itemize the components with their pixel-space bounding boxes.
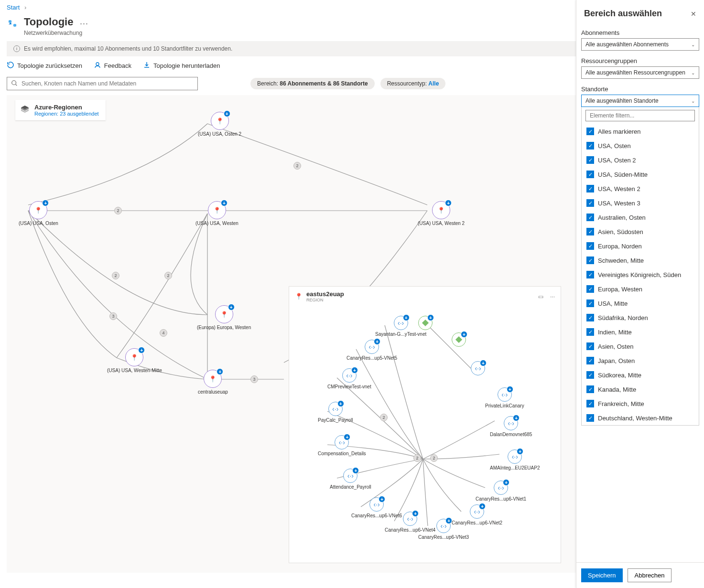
checkbox-icon: ✓ xyxy=(586,299,594,307)
svg-point-1 xyxy=(13,24,16,27)
vnet-node[interactable]: ‹·›+Attendance_Payroll xyxy=(330,469,371,490)
location-option[interactable]: ✓USA, Mitte xyxy=(582,296,699,310)
location-label: Indien, Mitte xyxy=(598,329,632,336)
detail-subtitle: REGION xyxy=(306,298,344,302)
pin-icon: 📍 xyxy=(295,293,303,300)
location-label: USA, Osten xyxy=(598,142,631,150)
location-option[interactable]: ✓Asien, Osten xyxy=(582,339,699,353)
collapse-icon[interactable]: ▭ xyxy=(538,293,543,300)
region-node-eastus2[interactable]: 📍+ (USA) USA, Osten 2 xyxy=(198,112,241,137)
subscriptions-label: Abonnements xyxy=(581,29,699,36)
region-node-eastus[interactable]: 📍+ (USA) USA, Osten xyxy=(19,201,58,226)
location-option[interactable]: ✓Frankreich, Mitte xyxy=(582,396,699,411)
vnet-node[interactable]: ‹·›+CanaryRes...up5-VNet5 xyxy=(347,340,397,361)
checkbox-icon: ✓ xyxy=(586,400,594,407)
resource-type-pill[interactable]: Ressourcentyp: Alle xyxy=(380,78,446,89)
filter-input[interactable] xyxy=(585,110,695,121)
scope-pill[interactable]: Bereich: 86 Abonnements & 86 Standorte xyxy=(250,78,375,89)
vnet-node[interactable]: ‹·›+AMAInteg...EU2EUAP2 xyxy=(490,449,540,470)
locations-dropdown: ✓ Alles markieren ✓USA, Osten✓USA, Osten… xyxy=(581,107,699,426)
layers-card[interactable]: Azure-Regionen Regionen: 23 ausgeblendet xyxy=(15,100,106,120)
locations-select[interactable]: Alle ausgewählten Standorte ⌄ xyxy=(581,95,699,107)
checkbox-icon: ✓ xyxy=(586,214,594,221)
location-option[interactable]: ✓Vereinigtes Königreich, Süden xyxy=(582,267,699,282)
download-icon xyxy=(143,61,151,70)
region-node-westus[interactable]: 📍+ (USA) USA, Westen xyxy=(195,201,238,226)
edge-count: 3 xyxy=(109,312,117,320)
location-label: USA, Osten 2 xyxy=(598,157,636,164)
location-option[interactable]: ✓Indien, Mitte xyxy=(582,325,699,339)
vnet-node[interactable]: ‹·›+CMPreviewTest-vnet xyxy=(327,368,371,389)
vnet-node[interactable]: ‹·›+PrivateLinkCanary xyxy=(485,387,524,408)
checkbox-icon: ✓ xyxy=(586,185,594,192)
location-option[interactable]: ✓Europa, Westen xyxy=(582,282,699,296)
region-node-westeurope[interactable]: 📍+ (Europa) Europa, Westen xyxy=(197,305,251,330)
location-label: Europa, Norden xyxy=(598,243,642,250)
location-option[interactable]: ✓Japan, Osten xyxy=(582,353,699,368)
layers-title: Azure-Regionen xyxy=(34,104,99,111)
svg-rect-5 xyxy=(455,336,462,343)
vnet-node[interactable]: ‹·›+PayCalc_Payroll xyxy=(318,402,353,423)
vnet-node[interactable]: ‹·›+ xyxy=(471,361,485,375)
resource-groups-label: Ressourcengruppen xyxy=(581,57,699,64)
more-icon[interactable]: ··· xyxy=(550,293,555,300)
subscriptions-select[interactable]: Alle ausgewählten Abonnements ⌄ xyxy=(581,38,699,51)
select-all-row[interactable]: ✓ Alles markieren xyxy=(582,124,699,139)
peer-node[interactable]: + xyxy=(418,316,433,330)
checkbox-icon: ✓ xyxy=(586,257,594,264)
page-subtitle: Netzwerküberwachung xyxy=(24,30,88,36)
info-icon: i xyxy=(13,45,20,52)
region-node-centraluseuap[interactable]: 📍+ centraluseuap xyxy=(198,370,228,395)
checkbox-icon: ✓ xyxy=(586,371,594,379)
location-label: Südafrika, Norden xyxy=(598,314,648,321)
location-option[interactable]: ✓Asien, Südosten xyxy=(582,225,699,239)
search-input[interactable] xyxy=(22,80,194,87)
location-option[interactable]: ✓Australien, Osten xyxy=(582,210,699,225)
resource-groups-select[interactable]: Alle ausgewählten Ressourcengruppen ⌄ xyxy=(581,66,699,79)
location-option[interactable]: ✓Südkorea, Mitte xyxy=(582,368,699,382)
reset-topology-button[interactable]: Topologie zurücksetzen xyxy=(7,61,82,70)
layers-subtitle[interactable]: Regionen: 23 ausgeblendet xyxy=(34,111,99,117)
location-label: Deutschland, Westen-Mitte xyxy=(598,415,672,422)
panel-footer: Speichern Abbrechen xyxy=(576,562,704,588)
checkbox-icon: ✓ xyxy=(586,414,594,422)
checkbox-icon: ✓ xyxy=(586,242,594,250)
location-option[interactable]: ✓Deutschland, Westen-Mitte xyxy=(582,411,699,425)
location-label: USA, Süden-Mitte xyxy=(598,171,648,178)
panel-title: Bereich auswählen xyxy=(584,9,662,19)
close-icon[interactable]: ✕ xyxy=(691,10,696,18)
location-option[interactable]: ✓USA, Westen 3 xyxy=(582,196,699,210)
feedback-button[interactable]: Feedback xyxy=(94,61,131,70)
edge-count: 4 xyxy=(160,329,167,337)
region-node-westcentralus[interactable]: 📍+ (USA) USA, Westen-Mitte xyxy=(107,348,162,373)
region-node-westus2[interactable]: 📍+ (USA) USA, Westen 2 xyxy=(418,201,465,226)
edge-count: 2 xyxy=(380,414,388,421)
location-option[interactable]: ✓USA, Süden-Mitte xyxy=(582,167,699,182)
breadcrumb-start[interactable]: Start xyxy=(7,4,20,11)
location-option[interactable]: ✓Europa, Norden xyxy=(582,239,699,253)
location-option[interactable]: ✓USA, Osten 2 xyxy=(582,153,699,167)
search-box[interactable] xyxy=(7,77,198,90)
vnet-node[interactable]: ‹·›+Compensation_Details xyxy=(318,435,366,456)
location-option[interactable]: ✓USA, Westen 2 xyxy=(582,182,699,196)
location-option[interactable]: ✓Kanada, Mitte xyxy=(582,382,699,396)
checkbox-icon: ✓ xyxy=(586,171,594,178)
save-button[interactable]: Speichern xyxy=(581,568,623,582)
checkbox-icon: ✓ xyxy=(586,342,594,350)
location-option[interactable]: ✓Schweden, Mitte xyxy=(582,253,699,267)
chevron-down-icon: ⌄ xyxy=(691,42,695,47)
cancel-button[interactable]: Abbrechen xyxy=(628,568,672,582)
refresh-icon xyxy=(7,61,14,70)
vnet-node[interactable]: ‹·›+CanaryRes...up6-VNet1 xyxy=(476,481,526,502)
more-actions[interactable]: ··· xyxy=(80,19,88,28)
breadcrumb-separator: › xyxy=(24,4,26,11)
page-title: Topologie xyxy=(24,16,73,28)
location-option[interactable]: ✓USA, Osten xyxy=(582,139,699,153)
peer-node[interactable]: + xyxy=(452,332,466,347)
feedback-icon xyxy=(94,61,101,70)
location-option[interactable]: ✓Südafrika, Norden xyxy=(582,310,699,325)
download-topology-button[interactable]: Topologie herunterladen xyxy=(143,61,220,70)
vnet-node[interactable]: ‹·›+DalanDemovnet685 xyxy=(490,416,532,437)
vnet-node[interactable]: ‹·›+CanaryRes...up6-VNet3 xyxy=(418,519,469,540)
edge-count: 2 xyxy=(114,207,122,214)
